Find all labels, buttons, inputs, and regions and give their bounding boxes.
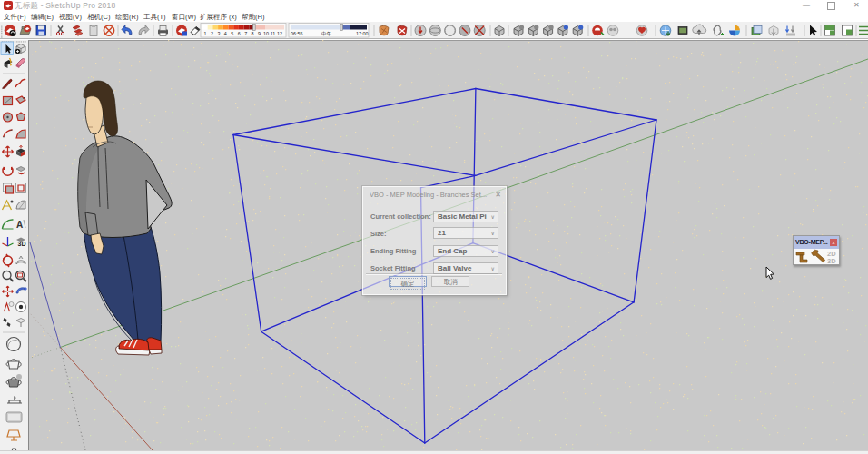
svg-text:7: 7 [244,31,247,36]
svg-text:11: 11 [271,31,276,36]
svg-text:1: 1 [204,31,207,36]
svg-text:3D: 3D [18,241,26,247]
svg-text:5: 5 [231,31,233,36]
svg-text:8: 8 [252,31,254,36]
svg-text:4: 4 [224,31,227,36]
svg-text:10: 10 [263,31,269,36]
svg-text:17:00: 17:00 [356,31,369,36]
svg-text:A: A [16,220,23,230]
svg-text:6: 6 [238,31,241,36]
svg-text:06:55: 06:55 [291,31,303,36]
svg-text:12: 12 [277,31,282,36]
svg-text:中午: 中午 [321,31,331,36]
svg-text:3: 3 [217,31,220,36]
svg-text:2: 2 [211,31,213,36]
svg-text:3D: 3D [827,257,836,264]
svg-text:9: 9 [258,31,261,36]
